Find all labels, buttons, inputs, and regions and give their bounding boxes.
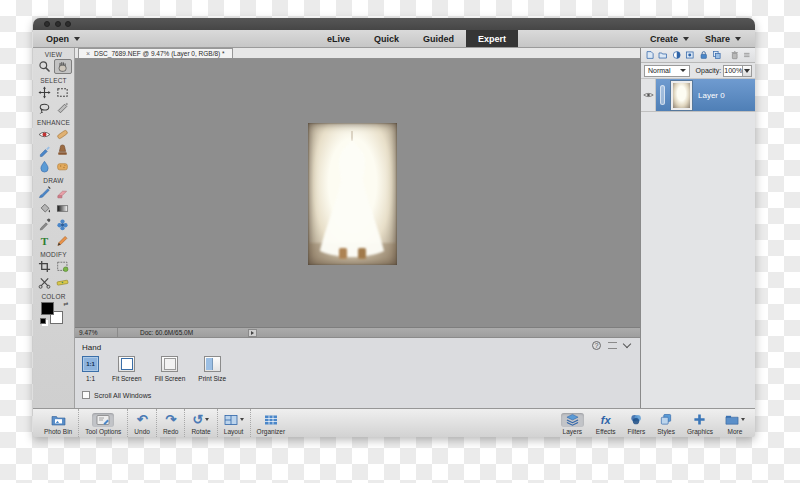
straighten-tool-icon[interactable] [54, 275, 72, 290]
zoom-tool-icon[interactable] [35, 59, 53, 74]
zoom-window-icon[interactable] [65, 21, 71, 27]
sponge-tool-icon[interactable] [54, 159, 72, 174]
layers-panel: Normal Opacity: 100% Layer 0 [640, 48, 755, 408]
scroll-all-windows-checkbox[interactable]: Scroll All Windows [82, 391, 151, 399]
shape-tool-icon[interactable] [54, 217, 72, 232]
opacity-dropdown[interactable] [743, 65, 752, 77]
minimize-window-icon[interactable] [55, 21, 61, 27]
photo-bin-button[interactable]: Photo Bin [38, 409, 78, 437]
one-to-one-icon: 1:1 [82, 356, 99, 372]
status-bar: 9.47% Doc: 60.6M/65.0M [75, 327, 640, 337]
undo-button[interactable]: ↶ Undo [127, 409, 156, 437]
eraser-tool-icon[interactable] [54, 185, 72, 200]
opacity-value[interactable]: 100% [723, 65, 743, 77]
organizer-button[interactable]: Organizer [250, 409, 292, 437]
document-tab-bar: × DSC_7689.NEF @ 9.47% (Layer 0, RGB/8) … [75, 48, 640, 59]
tool-options-controls: ? [592, 341, 630, 350]
layers-icon [565, 413, 580, 426]
layers-button[interactable]: Layers [555, 409, 590, 437]
layer-name: Layer 0 [698, 91, 725, 100]
swap-colors-icon[interactable]: ⇄ [63, 300, 68, 307]
quick-selection-tool-icon[interactable] [54, 101, 72, 116]
tool-options-button[interactable]: Tool Options [78, 409, 127, 437]
eyedropper-tool-icon[interactable] [35, 217, 53, 232]
layer-thumbnail[interactable] [671, 81, 692, 110]
brush-tool-icon[interactable] [35, 185, 53, 200]
tab-expert[interactable]: Expert [466, 30, 518, 47]
canvas[interactable] [75, 59, 640, 327]
rotate-button[interactable]: ↺ Rotate [184, 409, 216, 437]
hand-tool-icon[interactable] [54, 59, 72, 74]
close-window-icon[interactable] [44, 21, 50, 27]
blend-mode-select[interactable]: Normal [644, 65, 690, 77]
document-tab[interactable]: × DSC_7689.NEF @ 9.47% (Layer 0, RGB/8) … [78, 48, 233, 58]
one-to-one-button[interactable]: 1:1 1:1 [82, 356, 99, 382]
filters-button[interactable]: Filters [622, 409, 652, 437]
more-button[interactable]: More [719, 409, 751, 437]
undo-icon: ↶ [137, 413, 148, 427]
tool-options-icon [92, 413, 114, 427]
red-eye-tool-icon[interactable] [35, 127, 53, 142]
status-options-arrow[interactable] [248, 329, 257, 337]
move-tool-icon[interactable] [35, 85, 53, 100]
foreground-background-swatches[interactable]: ⇄ [41, 302, 67, 328]
share-button[interactable]: Share [699, 34, 747, 44]
graphics-button[interactable]: Graphics [681, 409, 719, 437]
help-icon[interactable]: ? [592, 341, 601, 350]
styles-button[interactable]: Styles [651, 409, 681, 437]
lock-icon[interactable] [699, 50, 708, 60]
effects-button[interactable]: fx Effects [590, 409, 622, 437]
layer-row[interactable]: Layer 0 [641, 79, 755, 112]
chevron-down-icon[interactable] [623, 340, 631, 348]
panel-menu-icon[interactable] [608, 342, 617, 349]
adjustment-layer-icon[interactable] [672, 50, 681, 60]
delete-layer-icon[interactable] [730, 50, 739, 60]
cookie-cutter-tool-icon[interactable] [35, 275, 53, 290]
type-tool-icon[interactable]: T [35, 233, 53, 248]
blend-opacity-row: Normal Opacity: 100% [641, 63, 755, 79]
paint-bucket-tool-icon[interactable] [35, 201, 53, 216]
checkbox-icon[interactable] [82, 391, 90, 399]
lasso-tool-icon[interactable] [35, 101, 53, 116]
photo-dress-in-doorway[interactable] [308, 123, 397, 265]
fit-screen-button[interactable]: Fit Screen [112, 356, 142, 382]
lock-transparency-icon[interactable] [712, 50, 721, 60]
tool-options-title: Hand [82, 343, 101, 352]
pencil-tool-icon[interactable] [54, 233, 72, 248]
arrow-right-icon [251, 331, 254, 335]
panel-options-icon[interactable] [743, 51, 751, 59]
new-group-icon[interactable] [658, 50, 667, 60]
default-colors-icon[interactable] [40, 318, 46, 324]
zoom-percent[interactable]: 9.47% [75, 329, 117, 336]
new-layer-icon[interactable] [645, 50, 654, 60]
gradient-tool-icon[interactable] [54, 201, 72, 216]
layout-button[interactable]: Layout [217, 409, 250, 437]
tab-guided[interactable]: Guided [411, 30, 466, 47]
taskbar: Photo Bin Tool Options ↶ Undo ↷ Redo ↺ R… [33, 408, 755, 437]
section-color-label: COLOR [33, 293, 74, 300]
fill-screen-button[interactable]: Fill Screen [155, 356, 186, 382]
chevron-down-icon [74, 37, 80, 41]
link-layer-icon[interactable] [660, 85, 665, 105]
tool-options-panel: Hand ? 1:1 1:1 Fit Screen Fill Screen [75, 337, 640, 408]
marquee-tool-icon[interactable] [54, 85, 72, 100]
smart-brush-tool-icon[interactable] [35, 143, 53, 158]
recompose-tool-icon[interactable] [54, 259, 72, 274]
close-tab-icon[interactable]: × [86, 50, 90, 57]
section-modify-label: MODIFY [33, 251, 74, 258]
blur-tool-icon[interactable] [35, 159, 53, 174]
clone-stamp-tool-icon[interactable] [54, 143, 72, 158]
print-size-button[interactable]: Print Size [198, 356, 226, 382]
create-button[interactable]: Create [644, 34, 695, 44]
crop-tool-icon[interactable] [35, 259, 53, 274]
foreground-color-swatch[interactable] [41, 302, 54, 315]
open-button[interactable]: Open [33, 30, 90, 47]
layer-mask-icon[interactable] [685, 50, 694, 60]
spot-healing-tool-icon[interactable] [54, 127, 72, 142]
layer-visibility-cell[interactable] [641, 79, 656, 111]
redo-button[interactable]: ↷ Redo [156, 409, 185, 437]
doc-size[interactable]: Doc: 60.6M/65.0M [118, 329, 248, 336]
layer-row-body[interactable]: Layer 0 [656, 79, 755, 111]
tab-quick[interactable]: Quick [362, 30, 411, 47]
tab-elive[interactable]: eLive [315, 30, 362, 47]
